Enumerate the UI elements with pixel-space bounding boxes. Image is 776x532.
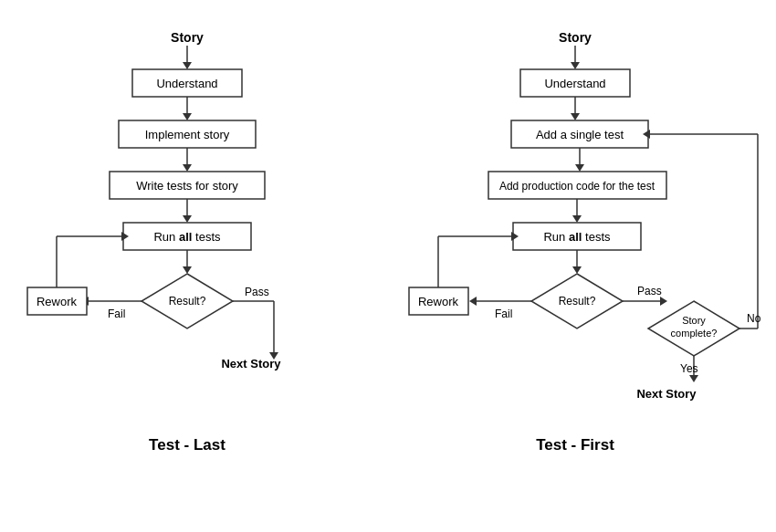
svg-text:Understand: Understand: [544, 77, 605, 90]
svg-marker-71: [469, 297, 477, 306]
svg-text:Run all tests: Run all tests: [543, 230, 611, 244]
svg-text:Next Story: Next Story: [636, 387, 697, 401]
svg-text:Pass: Pass: [245, 286, 269, 298]
svg-marker-14: [183, 215, 192, 223]
diagram-container: Story Understand Implement story Write t…: [0, 0, 776, 532]
svg-marker-10: [183, 164, 192, 172]
right-flowchart: Story Understand Add a single test Add p…: [383, 16, 767, 464]
svg-text:No: No: [747, 312, 761, 325]
svg-text:complete?: complete?: [671, 328, 718, 339]
svg-text:Story: Story: [559, 30, 592, 45]
svg-marker-48: [572, 215, 582, 223]
svg-text:Result?: Result?: [559, 295, 596, 308]
svg-text:Story: Story: [171, 30, 204, 45]
svg-text:Rework: Rework: [37, 295, 78, 308]
svg-text:Result?: Result?: [169, 295, 206, 308]
svg-marker-56: [660, 297, 667, 306]
svg-marker-52: [572, 266, 582, 274]
svg-text:Yes: Yes: [680, 362, 698, 375]
svg-text:Run all tests: Run all tests: [153, 230, 221, 244]
svg-text:Implement story: Implement story: [145, 128, 230, 141]
left-title: Test - Last: [149, 436, 225, 454]
svg-text:Write tests for story: Write tests for story: [136, 179, 238, 193]
svg-marker-36: [571, 62, 580, 69]
left-flowchart: Story Understand Implement story Write t…: [9, 16, 365, 464]
svg-text:Fail: Fail: [108, 308, 125, 320]
svg-text:Understand: Understand: [156, 77, 217, 90]
right-title: Test - First: [536, 436, 614, 454]
svg-text:Fail: Fail: [495, 308, 512, 320]
svg-text:Story: Story: [682, 315, 706, 326]
svg-text:Pass: Pass: [637, 285, 662, 297]
svg-text:Add a single test: Add a single test: [536, 128, 624, 141]
svg-text:Rework: Rework: [418, 295, 459, 308]
svg-marker-62: [689, 375, 698, 382]
svg-marker-40: [571, 113, 580, 120]
svg-marker-18: [183, 266, 192, 274]
left-side: Story Understand Implement story Write t…: [0, 0, 374, 532]
svg-text:Next Story: Next Story: [221, 357, 281, 370]
svg-text:Add production code for the te: Add production code for the test: [499, 180, 655, 193]
svg-marker-2: [183, 62, 192, 69]
svg-marker-6: [183, 113, 192, 120]
right-side: Story Understand Add a single test Add p…: [374, 0, 776, 532]
svg-marker-44: [575, 164, 584, 172]
